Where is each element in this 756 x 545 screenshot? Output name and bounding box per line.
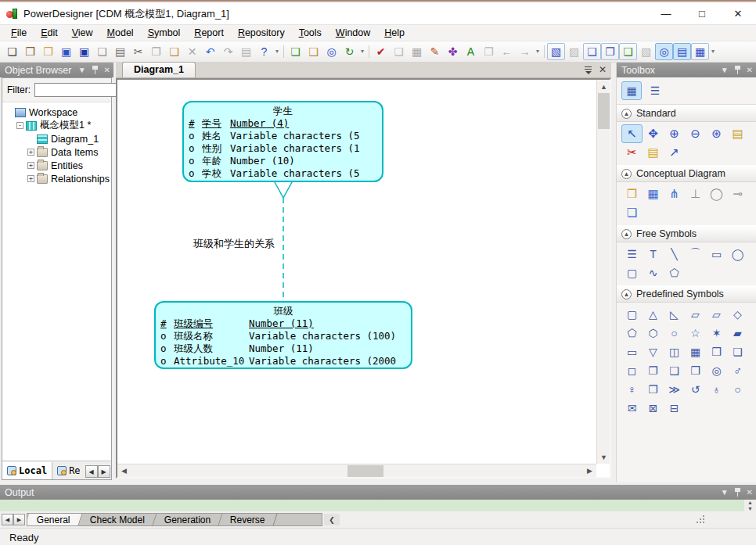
polyline-tool-button[interactable]: ∿ xyxy=(643,264,664,282)
pin-icon[interactable] xyxy=(734,66,741,74)
save-button[interactable]: ▣ xyxy=(57,43,75,60)
properties-tool-button[interactable]: ▤ xyxy=(727,124,748,143)
zoom-in-tool-button[interactable]: ⊕ xyxy=(664,124,685,143)
diamond-shape-button[interactable]: ◇ xyxy=(727,305,748,324)
line-tool-button[interactable]: ╲ xyxy=(664,245,685,264)
print-button[interactable]: ▤ xyxy=(111,43,129,60)
polygon-tool-button[interactable]: ⬠ xyxy=(664,264,685,282)
envelope-shape-button[interactable]: ✉ xyxy=(621,399,643,418)
right-triangle-shape-button[interactable]: ◺ xyxy=(664,305,685,324)
browser-tab-local[interactable]: Local xyxy=(2,462,52,479)
inheritance-tool-button[interactable]: ⊥ xyxy=(685,185,706,203)
collapse-section-icon[interactable]: ▲ xyxy=(621,229,632,239)
tree-item-entities[interactable]: +Entities xyxy=(5,159,111,172)
menu-symbol[interactable]: Symbol xyxy=(142,26,187,40)
section-standard[interactable]: ▲Standard xyxy=(617,105,756,122)
menu-tools[interactable]: Tools xyxy=(293,26,328,40)
find-button[interactable]: ◎ xyxy=(322,43,340,60)
tree-item-diagram_1[interactable]: Diagram_1 xyxy=(5,132,111,145)
quad-shape-button[interactable]: ▰ xyxy=(727,324,748,342)
file-tool-button[interactable]: ❏ xyxy=(621,203,643,222)
output-scroll-left-icon[interactable]: ❮ xyxy=(324,514,340,525)
zoom-out-tool-button[interactable]: ⊖ xyxy=(685,124,706,143)
close-document-icon[interactable]: ✕ xyxy=(599,64,607,75)
envelope-flag-shape-button[interactable]: ⊟ xyxy=(664,399,685,418)
triangle-shape-button[interactable]: △ xyxy=(643,305,664,324)
rounded-rectangle-tool-button[interactable]: ▢ xyxy=(621,264,643,282)
relationship-tool-button[interactable]: ⋔ xyxy=(664,185,685,203)
collapse-section-icon[interactable]: ▲ xyxy=(621,169,632,179)
canvas-horizontal-scrollbar[interactable]: ◀ ▶ xyxy=(117,464,596,477)
tab-list-icon[interactable] xyxy=(584,66,592,74)
output-tabs-right-icon[interactable]: ▶ xyxy=(13,514,25,525)
menu-model[interactable]: Model xyxy=(101,26,140,40)
section-free-symbols[interactable]: ▲Free Symbols xyxy=(617,225,756,242)
panel-close-icon[interactable]: ✕ xyxy=(747,488,753,497)
output-tab-generation[interactable]: Generation xyxy=(153,514,222,525)
cut-button[interactable]: ✂ xyxy=(129,43,147,60)
resize-grip[interactable] xyxy=(695,515,704,525)
tabs-right-icon[interactable]: ▶ xyxy=(98,465,110,478)
page-view-button[interactable]: ❏ xyxy=(583,43,601,60)
tree-item-概念模型1-[interactable]: -概念模型1 * xyxy=(5,119,111,132)
package-tool-button[interactable]: ❒ xyxy=(621,185,643,203)
grabber-tool-button[interactable]: ✥ xyxy=(643,124,664,143)
relationship-label[interactable]: 班级和学生的关系 xyxy=(193,237,275,251)
jar-shape-button[interactable]: ○ xyxy=(727,380,748,399)
tabs-left-icon[interactable]: ◀ xyxy=(85,465,98,478)
rounded-rect-shape-button[interactable]: ▢ xyxy=(621,305,643,324)
section-conceptual-diagram[interactable]: ▲Conceptual Diagram xyxy=(617,165,756,182)
man-shape-button[interactable]: ♂ xyxy=(727,361,748,380)
menu-view[interactable]: View xyxy=(66,26,99,40)
comment-window-button[interactable]: ▤ xyxy=(673,43,691,60)
panel-menu-icon[interactable]: ▼ xyxy=(721,66,729,74)
star5-shape-button[interactable]: ☆ xyxy=(685,324,706,342)
output-scrollbar[interactable]: ▲▼ xyxy=(744,500,756,511)
vertical-scroll-thumb[interactable] xyxy=(598,93,610,129)
arc-tool-button[interactable]: ⌒ xyxy=(685,245,706,264)
book-view-button[interactable]: ❐ xyxy=(601,43,619,60)
entity-tool-button[interactable]: ▦ xyxy=(643,185,664,203)
scroll-up-icon[interactable]: ▲ xyxy=(597,80,610,93)
folder-shape-button[interactable]: ❒ xyxy=(706,342,727,361)
menu-file[interactable]: File xyxy=(5,26,33,40)
expand-icon[interactable]: + xyxy=(27,149,34,156)
toolbar-overflow-icon[interactable]: ▾ xyxy=(709,43,717,60)
new-diagram-button[interactable]: ❏ xyxy=(286,43,304,60)
pin-icon[interactable] xyxy=(734,488,741,497)
scroll-down-icon[interactable]: ▼ xyxy=(597,450,610,464)
undo-button[interactable]: ↶ xyxy=(201,43,219,60)
text-tool-button[interactable]: T xyxy=(643,245,664,264)
lined-shape-tool-button[interactable]: ☰ xyxy=(621,245,643,264)
association-tool-button[interactable]: ◯ xyxy=(706,185,727,203)
shield-shape-button[interactable]: ▽ xyxy=(643,342,664,361)
tree-item-relationships[interactable]: +Relationships xyxy=(5,172,111,185)
browser-tab-re[interactable]: Re xyxy=(52,462,85,479)
table-shape-button[interactable]: ▦ xyxy=(685,342,706,361)
note-tool-button[interactable]: ▤ xyxy=(643,143,664,162)
minimize-button[interactable]: — xyxy=(648,3,684,24)
horizontal-scroll-thumb[interactable] xyxy=(347,465,383,477)
toolbar-overflow-icon[interactable]: ▾ xyxy=(534,43,542,60)
panel-menu-icon[interactable]: ▼ xyxy=(721,488,729,497)
collapse-icon[interactable]: - xyxy=(16,122,23,129)
output-tab-check-model[interactable]: Check Model xyxy=(78,514,157,525)
tree-item-data-items[interactable]: +Data Items xyxy=(5,145,111,159)
expand-icon[interactable]: + xyxy=(27,175,34,182)
envelope-cross-shape-button[interactable]: ⊠ xyxy=(643,399,664,418)
stacked-papers-shape-button[interactable]: ❒ xyxy=(685,361,706,380)
delete-tool-button[interactable]: ✂ xyxy=(621,143,643,162)
package-browser-button[interactable]: ▧ xyxy=(547,43,565,60)
refresh-button[interactable]: ↻ xyxy=(340,43,358,60)
circle-hook-shape-button[interactable]: ↺ xyxy=(685,380,706,399)
zoom-window-button[interactable]: ◎ xyxy=(655,43,673,60)
collapse-section-icon[interactable]: ▲ xyxy=(621,109,632,119)
document-shape-button[interactable]: ❏ xyxy=(727,342,748,361)
overlapping-pages-shape-button[interactable]: ❐ xyxy=(643,380,664,399)
close-button[interactable]: ✕ xyxy=(720,3,756,24)
trapezoid-shape-button[interactable]: ▱ xyxy=(706,305,727,324)
pentagon-shape-button[interactable]: ⬠ xyxy=(621,324,643,342)
maximize-button[interactable]: □ xyxy=(684,3,720,24)
menu-help[interactable]: Help xyxy=(378,26,411,40)
grid-window-button[interactable]: ▦ xyxy=(691,43,709,60)
